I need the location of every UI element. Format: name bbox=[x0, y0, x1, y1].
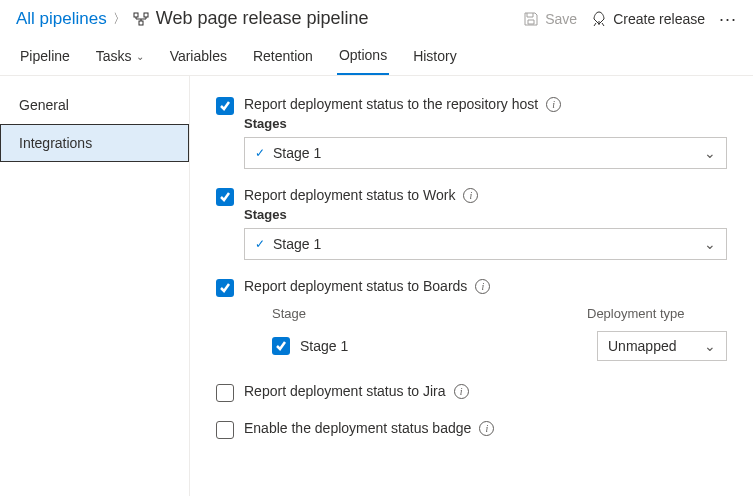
chevron-down-icon: ⌄ bbox=[704, 338, 716, 354]
label-badge: Enable the deployment status badge bbox=[244, 420, 471, 436]
stage-name: Stage 1 bbox=[300, 338, 348, 354]
save-button: Save bbox=[523, 11, 577, 27]
info-icon[interactable]: i bbox=[475, 279, 490, 294]
checkbox-stage-row[interactable] bbox=[272, 337, 290, 355]
pipeline-icon bbox=[132, 10, 150, 28]
tab-retention[interactable]: Retention bbox=[251, 43, 315, 75]
create-release-button[interactable]: Create release bbox=[591, 11, 705, 27]
label-jira: Report deployment status to Jira bbox=[244, 383, 446, 399]
save-icon bbox=[523, 11, 539, 27]
options-sidebar: General Integrations bbox=[0, 76, 190, 496]
svg-rect-0 bbox=[134, 13, 138, 17]
info-icon[interactable]: i bbox=[454, 384, 469, 399]
rocket-icon bbox=[591, 11, 607, 27]
checkbox-jira[interactable] bbox=[216, 384, 234, 402]
svg-rect-1 bbox=[144, 13, 148, 17]
checkbox-boards[interactable] bbox=[216, 279, 234, 297]
checkbox-work[interactable] bbox=[216, 188, 234, 206]
tab-history[interactable]: History bbox=[411, 43, 459, 75]
chevron-right-icon: 〉 bbox=[113, 10, 126, 28]
column-header-deployment-type: Deployment type bbox=[587, 306, 727, 321]
stages-dropdown-work[interactable]: ✓Stage 1 ⌄ bbox=[244, 228, 727, 260]
pipeline-tabs: Pipeline Tasks⌄ Variables Retention Opti… bbox=[0, 35, 753, 76]
label-boards: Report deployment status to Boards bbox=[244, 278, 467, 294]
info-icon[interactable]: i bbox=[463, 188, 478, 203]
sidebar-item-integrations[interactable]: Integrations bbox=[0, 124, 189, 162]
breadcrumb-bar: All pipelines 〉 Web page release pipelin… bbox=[0, 0, 753, 35]
deployment-type-select[interactable]: Unmapped ⌄ bbox=[597, 331, 727, 361]
info-icon[interactable]: i bbox=[479, 421, 494, 436]
checkbox-badge[interactable] bbox=[216, 421, 234, 439]
stages-dropdown-repo-host[interactable]: ✓Stage 1 ⌄ bbox=[244, 137, 727, 169]
more-actions-button[interactable]: ··· bbox=[719, 14, 737, 24]
stages-label: Stages bbox=[244, 207, 727, 222]
chevron-down-icon: ⌄ bbox=[704, 145, 716, 161]
check-icon: ✓ bbox=[255, 237, 265, 251]
integrations-panel: Report deployment status to the reposito… bbox=[190, 76, 753, 496]
sidebar-item-general[interactable]: General bbox=[0, 86, 189, 124]
chevron-down-icon: ⌄ bbox=[136, 51, 144, 62]
breadcrumb-root-link[interactable]: All pipelines bbox=[16, 9, 107, 29]
tab-tasks[interactable]: Tasks⌄ bbox=[94, 43, 146, 75]
check-icon: ✓ bbox=[255, 146, 265, 160]
svg-rect-2 bbox=[139, 21, 143, 25]
label-work: Report deployment status to Work bbox=[244, 187, 455, 203]
pipeline-title: Web page release pipeline bbox=[156, 8, 369, 29]
checkbox-repo-host[interactable] bbox=[216, 97, 234, 115]
tab-variables[interactable]: Variables bbox=[168, 43, 229, 75]
column-header-stage: Stage bbox=[272, 306, 587, 321]
stages-label: Stages bbox=[244, 116, 727, 131]
chevron-down-icon: ⌄ bbox=[704, 236, 716, 252]
tab-options[interactable]: Options bbox=[337, 43, 389, 75]
info-icon[interactable]: i bbox=[546, 97, 561, 112]
tab-pipeline[interactable]: Pipeline bbox=[18, 43, 72, 75]
boards-stage-row: Stage 1 Unmapped ⌄ bbox=[244, 327, 727, 365]
label-repo-host: Report deployment status to the reposito… bbox=[244, 96, 538, 112]
